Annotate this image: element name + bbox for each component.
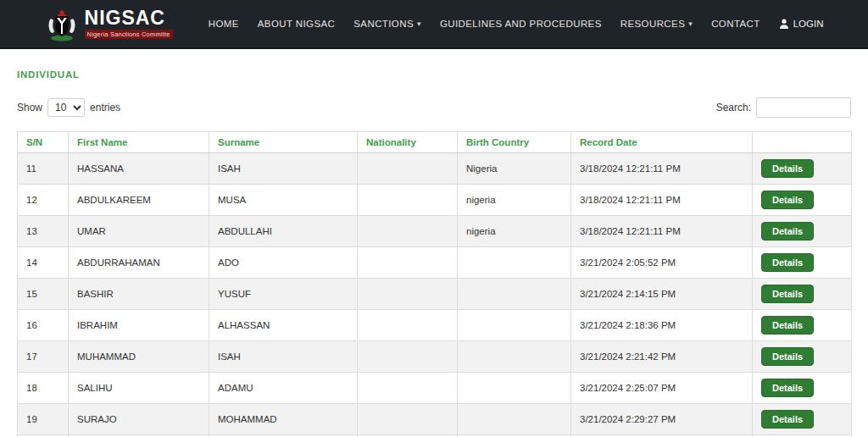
- nav-item-label: CONTACT: [711, 19, 760, 29]
- page-size-select[interactable]: 10: [47, 98, 85, 117]
- nav-item-label: SANCTIONS: [353, 19, 414, 29]
- table-controls: Show 10 entries Search:: [17, 97, 851, 118]
- details-button[interactable]: Details: [761, 253, 814, 272]
- cell-first-name: MUHAMMAD: [69, 341, 209, 373]
- brand-title: NIGSAC: [85, 8, 173, 28]
- column-header-record-date[interactable]: Record Date: [571, 132, 753, 153]
- main-content: INDIVIDUAL Show 10 entries Search: S/N F…: [0, 49, 868, 437]
- cell-actions: Details: [753, 247, 852, 279]
- cell-sn: 18: [18, 373, 69, 404]
- table-row: 14 ABDURRAHAMAN ADO 3/21/2024 2:05:52 PM…: [18, 247, 852, 279]
- brand-logo[interactable]: NIGSAC Nigeria Sanctions Committe: [45, 6, 173, 41]
- cell-birth-country: Nigeria: [458, 153, 571, 185]
- table-row: 12 ABDULKAREEM MUSA nigeria 3/18/2024 12…: [18, 185, 852, 216]
- table-row: 16 IBRAHIM ALHASSAN 3/21/2024 2:18:36 PM…: [18, 310, 852, 341]
- cell-actions: Details: [753, 373, 852, 404]
- nav-item-resources[interactable]: RESOURCES ▾: [620, 19, 693, 29]
- cell-nationality: [358, 247, 458, 279]
- cell-record-date: 3/21/2024 2:25:07 PM: [571, 373, 753, 404]
- column-header-sn[interactable]: S/N: [18, 132, 69, 153]
- page-length-control: Show 10 entries: [17, 98, 120, 117]
- cell-actions: Details: [753, 185, 852, 216]
- nav-item-label: ABOUT NIGSAC: [258, 19, 336, 29]
- page-title: INDIVIDUAL: [17, 69, 851, 80]
- table-row: 17 MUHAMMAD ISAH 3/21/2024 2:21:42 PM De…: [18, 341, 852, 373]
- login-button[interactable]: LOGIN: [779, 19, 824, 29]
- column-header-first-name[interactable]: First Name: [69, 132, 209, 153]
- nav-item-sanctions[interactable]: SANCTIONS ▾: [353, 19, 421, 29]
- cell-birth-country: [458, 247, 571, 279]
- cell-surname: ISAH: [209, 153, 358, 185]
- cell-first-name: IBRAHIM: [69, 310, 209, 341]
- cell-surname: MOHAMMAD: [209, 404, 358, 435]
- cell-birth-country: nigeria: [458, 216, 571, 247]
- cell-first-name: ABDULKAREEM: [69, 185, 209, 216]
- nav-item-contact[interactable]: CONTACT: [711, 19, 760, 29]
- column-header-surname[interactable]: Surname: [209, 132, 358, 153]
- cell-sn: 17: [18, 341, 69, 373]
- brand-subtitle: Nigeria Sanctions Committe: [85, 30, 173, 40]
- cell-sn: 11: [18, 153, 69, 185]
- cell-actions: Details: [753, 153, 852, 185]
- cell-sn: 15: [18, 279, 69, 310]
- search-input[interactable]: [756, 97, 851, 118]
- cell-sn: 19: [18, 404, 69, 435]
- nav-item-about-nigsac[interactable]: ABOUT NIGSAC: [258, 19, 336, 29]
- table-row: 13 UMAR ABDULLAHI nigeria 3/18/2024 12:2…: [18, 216, 852, 247]
- details-button[interactable]: Details: [761, 159, 814, 178]
- cell-record-date: 3/21/2024 2:14:15 PM: [571, 279, 753, 310]
- cell-birth-country: [458, 404, 571, 435]
- nigeria-coat-of-arms-icon: [45, 6, 79, 41]
- cell-birth-country: [458, 279, 571, 310]
- details-button[interactable]: Details: [761, 285, 814, 303]
- cell-first-name: SALIHU: [69, 373, 209, 404]
- nav-item-guidelines-and-procedures[interactable]: GUIDELINES AND PROCEDURES: [440, 19, 602, 29]
- search-label: Search:: [716, 102, 751, 113]
- details-button[interactable]: Details: [761, 222, 814, 241]
- search-control: Search:: [716, 97, 851, 118]
- user-icon: [779, 19, 789, 29]
- show-label: Show: [17, 102, 42, 113]
- cell-record-date: 3/18/2024 12:21:11 PM: [571, 153, 753, 185]
- cell-sn: 14: [18, 247, 69, 279]
- cell-surname: ISAH: [209, 341, 358, 373]
- details-button[interactable]: Details: [761, 410, 814, 429]
- cell-nationality: [358, 216, 458, 247]
- table-header-row: S/N First Name Surname Nationality Birth…: [18, 132, 852, 153]
- column-header-birth-country[interactable]: Birth Country: [458, 132, 571, 153]
- cell-nationality: [358, 373, 458, 404]
- details-button[interactable]: Details: [761, 316, 814, 335]
- cell-nationality: [358, 341, 458, 373]
- caret-down-icon: ▾: [688, 19, 693, 28]
- column-header-actions: [753, 132, 852, 153]
- cell-record-date: 3/21/2024 2:18:36 PM: [571, 310, 753, 341]
- cell-nationality: [358, 279, 458, 310]
- cell-first-name: SURAJO: [69, 404, 209, 435]
- main-nav: HOME ABOUT NIGSAC SANCTIONS ▾ GUIDELINES…: [209, 19, 824, 29]
- cell-sn: 12: [18, 185, 69, 216]
- top-navbar: NIGSAC Nigeria Sanctions Committe HOME A…: [0, 0, 868, 49]
- cell-actions: Details: [753, 341, 852, 373]
- cell-actions: Details: [753, 279, 852, 310]
- cell-birth-country: nigeria: [458, 185, 571, 216]
- cell-birth-country: [458, 373, 571, 404]
- cell-sn: 13: [18, 216, 69, 247]
- table-row: 15 BASHIR YUSUF 3/21/2024 2:14:15 PM Det…: [18, 279, 852, 310]
- individuals-table: S/N First Name Surname Nationality Birth…: [17, 131, 852, 437]
- cell-record-date: 3/18/2024 12:21:11 PM: [571, 216, 753, 247]
- cell-record-date: 3/18/2024 12:21:11 PM: [571, 185, 753, 216]
- nav-item-label: RESOURCES: [620, 19, 685, 29]
- table-row: 18 SALIHU ADAMU 3/21/2024 2:25:07 PM Det…: [18, 373, 852, 404]
- cell-record-date: 3/21/2024 2:29:27 PM: [571, 404, 753, 435]
- cell-surname: ALHASSAN: [209, 310, 358, 341]
- nav-item-home[interactable]: HOME: [209, 19, 239, 29]
- details-button[interactable]: Details: [761, 347, 814, 366]
- details-button[interactable]: Details: [761, 191, 814, 209]
- column-header-nationality[interactable]: Nationality: [358, 132, 458, 153]
- entries-label: entries: [90, 102, 120, 113]
- cell-surname: ADAMU: [209, 373, 358, 404]
- details-button[interactable]: Details: [761, 379, 814, 397]
- cell-first-name: BASHIR: [69, 279, 209, 310]
- cell-surname: MUSA: [209, 185, 358, 216]
- login-label: LOGIN: [793, 19, 824, 29]
